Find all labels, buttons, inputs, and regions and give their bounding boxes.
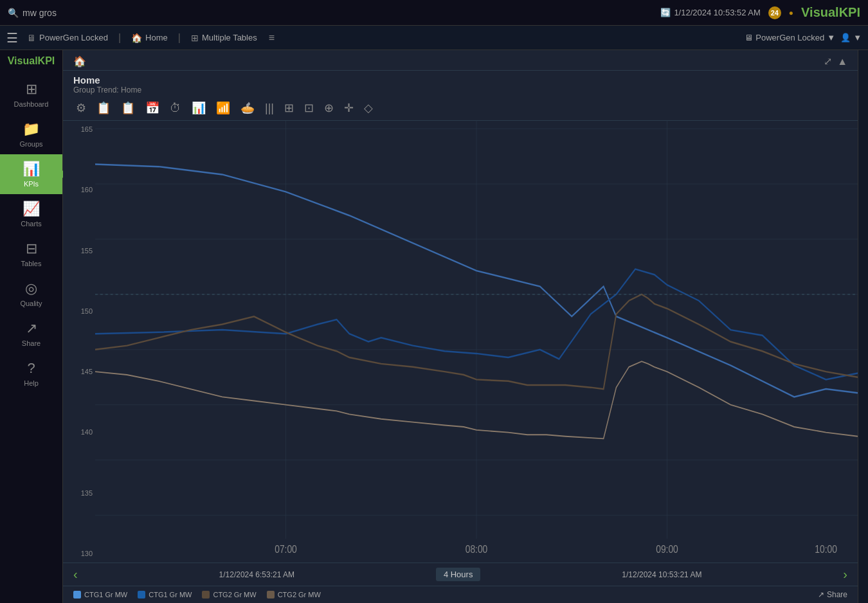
toolbar-pie[interactable]: 🥧 <box>238 100 257 116</box>
hamburger-menu[interactable]: ☰ <box>6 30 18 46</box>
sidebar-item-dashboard[interactable]: ⊞ Dashboard <box>0 75 62 114</box>
datetime-text: 1/12/2024 10:53:52 AM <box>674 8 760 17</box>
y-label-160: 160 <box>63 186 93 194</box>
y-label-165: 165 <box>63 126 93 133</box>
home-nav-icon: 🏠 <box>131 33 142 43</box>
search-query[interactable]: mw gros <box>23 8 57 18</box>
share-label: Share <box>827 590 847 599</box>
breadcrumb-home-icon[interactable]: 🏠 <box>73 55 86 68</box>
group-subtitle: Group Trend: Home <box>73 86 847 94</box>
content-header-right: ⤢ ▲ <box>824 55 847 68</box>
legend-ctg1-dark: CTG1 Gr MW <box>138 591 192 598</box>
alert-dot: ● <box>789 8 793 17</box>
sidebar-label-share: Share <box>22 339 41 347</box>
toolbar-diamond[interactable]: ◇ <box>361 100 375 116</box>
svg-text:07:00: 07:00 <box>275 543 297 555</box>
toolbar-crosshair[interactable]: ⊕ <box>321 100 336 116</box>
breadcrumb: 🏠 <box>73 55 86 68</box>
toolbar-view1[interactable]: 📋 <box>94 100 113 116</box>
content-area: 🏠 ⤢ ▲ Home Group Trend: Home ⚙ 📋 📋 📅 ⏱ 📊… <box>63 50 858 603</box>
chart-period[interactable]: 4 Hours <box>436 568 481 581</box>
tables-icon: ⊟ <box>26 240 37 257</box>
sidebar-label-groups: Groups <box>19 140 42 148</box>
nav-tables[interactable]: ⊞ Multiple Tables <box>186 30 262 46</box>
toolbar-plus[interactable]: ✛ <box>341 100 356 116</box>
nav-sep2: | <box>178 32 181 44</box>
y-axis: 165 160 155 150 145 140 135 130 <box>63 121 95 562</box>
toolbar-column-chart[interactable]: ||| <box>262 100 276 116</box>
legend-ctg1-blue: CTG1 Gr MW <box>73 591 127 598</box>
toolbar-bar-chart[interactable]: 📊 <box>189 100 208 116</box>
sidebar-item-charts[interactable]: 📈 Charts <box>0 194 62 234</box>
sidebar-item-groups[interactable]: 📁 Groups <box>0 114 62 154</box>
top-bar: 🔍 mw gros 🔄 1/12/2024 10:53:52 AM 24 ● V… <box>0 0 868 26</box>
toolbar-settings[interactable]: ⚙ <box>73 100 89 116</box>
expand-icon[interactable]: ⤢ <box>824 55 832 68</box>
legend-label-ctg2-brown: CTG2 Gr MW <box>213 591 256 598</box>
clock-icon: 🔄 <box>660 8 671 17</box>
nav-bar-right: 🖥 PowerGen Locked ▼ 👤 ▼ <box>745 33 862 42</box>
legend-ctg2-brown: CTG2 Gr MW <box>202 591 256 598</box>
toolbar-calendar[interactable]: 📅 <box>143 100 162 116</box>
nav-bar: ☰ 🖥 PowerGen Locked | 🏠 Home | ⊞ Multipl… <box>0 26 868 50</box>
nav-sort-icon[interactable]: ≡ <box>269 32 275 44</box>
chart-end-time: 1/12/2024 10:53:21 AM <box>622 570 701 579</box>
groups-icon: 📁 <box>23 121 40 138</box>
charts-icon: 📈 <box>23 201 40 217</box>
legend-label-ctg1-blue: CTG1 Gr MW <box>84 591 127 598</box>
sidebar-item-share[interactable]: ↗ Share <box>0 314 62 354</box>
legend-right: ↗ Share <box>818 590 847 599</box>
share-icon: ↗ <box>26 320 37 337</box>
chart-area: 165 160 155 150 145 140 135 130 <box>63 121 858 562</box>
toolbar-bar-chart2[interactable]: 📶 <box>213 100 233 116</box>
svg-text:09:00: 09:00 <box>656 543 678 555</box>
chevron-down-icon2: ▼ <box>853 33 862 42</box>
sidebar-item-kpis[interactable]: 📊 KPIs <box>0 154 62 194</box>
share-icon-bottom: ↗ <box>818 590 824 599</box>
nav-powergen-dropdown[interactable]: 🖥 PowerGen Locked ▼ <box>745 33 835 42</box>
sidebar: VisualKPI ⊞ Dashboard 📁 Groups 📊 KPIs 📈 … <box>0 50 63 603</box>
sidebar-item-quality[interactable]: ◎ Quality <box>0 274 62 314</box>
logo-text-kpi: KPI <box>839 5 860 19</box>
search-icon: 🔍 <box>8 8 19 18</box>
chart-start-time: 1/12/2024 6:53:21 AM <box>219 570 294 579</box>
toolbar-view2[interactable]: 📋 <box>118 100 138 116</box>
sidebar-label-kpis: KPIs <box>24 180 39 188</box>
tables-nav-icon: ⊞ <box>191 33 199 43</box>
sidebar-label-charts: Charts <box>21 220 41 228</box>
chart-next-btn[interactable]: › <box>843 567 847 582</box>
app-logo: VisualKPI <box>801 5 860 20</box>
help-icon: ? <box>27 360 35 377</box>
sidebar-label-tables: Tables <box>21 260 42 267</box>
share-button[interactable]: ↗ Share <box>818 590 847 599</box>
y-label-145: 145 <box>63 368 93 375</box>
sidebar-item-help[interactable]: ? Help <box>0 354 62 393</box>
toolbar-grid[interactable]: ⊡ <box>302 100 316 116</box>
main-layout: VisualKPI ⊞ Dashboard 📁 Groups 📊 KPIs 📈 … <box>0 50 868 603</box>
nav-user-dropdown[interactable]: 👤 ▼ <box>840 33 862 42</box>
sidebar-label-quality: Quality <box>20 300 42 307</box>
collapse-icon[interactable]: ▲ <box>837 56 847 68</box>
sidebar-logo: VisualKPI <box>8 55 55 67</box>
sidebar-item-tables[interactable]: ⊟ Tables <box>0 234 62 274</box>
legend-label-ctg1-dark: CTG1 Gr MW <box>149 591 192 598</box>
nav-powergen[interactable]: 🖥 PowerGen Locked <box>22 30 113 46</box>
kpis-icon: 📊 <box>23 161 40 177</box>
toolbar-table[interactable]: ⊞ <box>282 100 296 116</box>
toolbar-time[interactable]: ⏱ <box>167 100 184 116</box>
quality-icon: ◎ <box>25 280 37 297</box>
legend-color-ctg2-gray <box>267 591 275 598</box>
legend-color-ctg2-brown <box>202 591 210 598</box>
chart-prev-btn[interactable]: ‹ <box>73 567 78 582</box>
toolbar: ⚙ 📋 📋 📅 ⏱ 📊 📶 🥧 ||| ⊞ ⊡ ⊕ ✛ ◇ <box>63 96 858 121</box>
chevron-down-icon: ▼ <box>827 33 835 42</box>
nav-home[interactable]: 🏠 Home <box>126 30 173 46</box>
y-label-150: 150 <box>63 308 93 315</box>
content-header: 🏠 ⤢ ▲ <box>63 50 858 71</box>
chart-nav: ‹ 1/12/2024 6:53:21 AM 4 Hours 1/12/2024… <box>63 562 858 586</box>
legend-color-ctg1-blue <box>73 591 81 598</box>
alert-badge[interactable]: 24 <box>768 6 781 19</box>
logo-text-visual: Visual <box>801 5 839 19</box>
monitor-icon: 🖥 <box>27 33 36 43</box>
sidebar-label-help: Help <box>24 379 39 387</box>
